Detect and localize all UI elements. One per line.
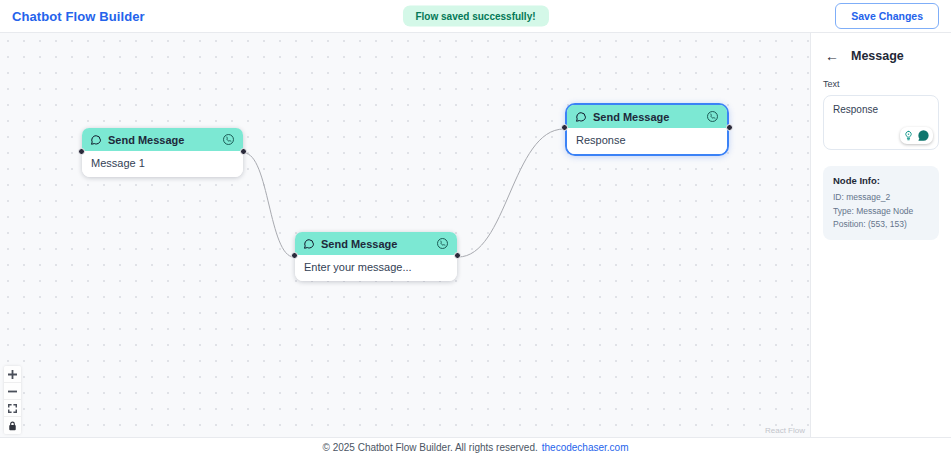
whatsapp-icon <box>222 133 235 146</box>
flow-canvas[interactable]: Send Message Message 1 Send Message Ente… <box>0 33 810 437</box>
node-body-text: Enter your message... <box>295 255 457 281</box>
save-changes-button[interactable]: Save Changes <box>835 3 939 29</box>
footer-link[interactable]: thecodechaser.com <box>542 442 629 453</box>
react-flow-attribution[interactable]: React Flow <box>765 426 805 435</box>
text-field-label: Text <box>823 79 939 89</box>
message-text-container: Response <box>823 95 939 150</box>
fit-view-icon <box>8 404 17 413</box>
node-info-type: Type: Message Node <box>833 206 929 216</box>
plus-icon <box>8 370 17 379</box>
chat-bubble-icon <box>575 111 587 123</box>
node-info-id: ID: message_2 <box>833 192 929 202</box>
page-title: Chatbot Flow Builder <box>12 9 145 24</box>
target-handle[interactable] <box>78 148 85 155</box>
node-header-label: Send Message <box>108 134 184 146</box>
node-header-label: Send Message <box>593 111 669 123</box>
node-header-label: Send Message <box>321 238 397 250</box>
footer: © 2025 Chatbot Flow Builder. All rights … <box>0 437 951 457</box>
source-handle[interactable] <box>240 148 247 155</box>
chat-bubble-icon <box>90 134 102 146</box>
chat-bubble-icon <box>303 238 315 250</box>
edge-node1-node2[interactable] <box>244 153 294 257</box>
settings-panel: ← Message Text Response Node Info: ID: m… <box>810 33 951 437</box>
node-info-position: Position: (553, 153) <box>833 219 929 229</box>
top-bar: Chatbot Flow Builder Flow saved successf… <box>0 0 951 33</box>
flow-controls <box>4 366 21 434</box>
edge-node2-node3[interactable] <box>458 129 564 257</box>
node-info-card: Node Info: ID: message_2 Type: Message N… <box>823 166 939 240</box>
chat-assistant-icon[interactable] <box>917 129 930 142</box>
copyright-text: © 2025 Chatbot Flow Builder. All rights … <box>323 442 538 453</box>
node-header: Send Message <box>567 105 727 128</box>
zoom-out-button[interactable] <box>4 383 21 400</box>
source-handle[interactable] <box>726 124 733 131</box>
lock-button[interactable] <box>4 417 21 434</box>
node-header: Send Message <box>82 128 243 151</box>
settings-panel-title: Message <box>851 49 904 63</box>
flow-node-message-1[interactable]: Send Message Message 1 <box>82 128 243 177</box>
node-info-heading: Node Info: <box>833 175 929 186</box>
settings-panel-header: ← Message <box>825 49 937 63</box>
lightbulb-icon[interactable] <box>903 130 914 141</box>
fit-view-button[interactable] <box>4 400 21 417</box>
toast-flow-saved: Flow saved successfully! <box>402 6 548 27</box>
node-body-text: Response <box>567 128 727 154</box>
assistant-overlay <box>900 127 933 144</box>
minus-icon <box>8 387 17 396</box>
zoom-in-button[interactable] <box>4 366 21 383</box>
target-handle[interactable] <box>561 124 568 131</box>
lock-icon <box>8 421 17 431</box>
target-handle[interactable] <box>291 252 298 259</box>
node-header: Send Message <box>295 232 457 255</box>
flow-node-enter-message[interactable]: Send Message Enter your message... <box>295 232 457 281</box>
main-area: Send Message Message 1 Send Message Ente… <box>0 33 951 437</box>
app-root: Chatbot Flow Builder Flow saved successf… <box>0 0 951 457</box>
node-body-text: Message 1 <box>82 151 243 177</box>
flow-node-response-selected[interactable]: Send Message Response <box>565 103 729 156</box>
whatsapp-icon <box>436 237 449 250</box>
source-handle[interactable] <box>454 252 461 259</box>
back-arrow-icon[interactable]: ← <box>825 49 839 63</box>
whatsapp-icon <box>706 110 719 123</box>
